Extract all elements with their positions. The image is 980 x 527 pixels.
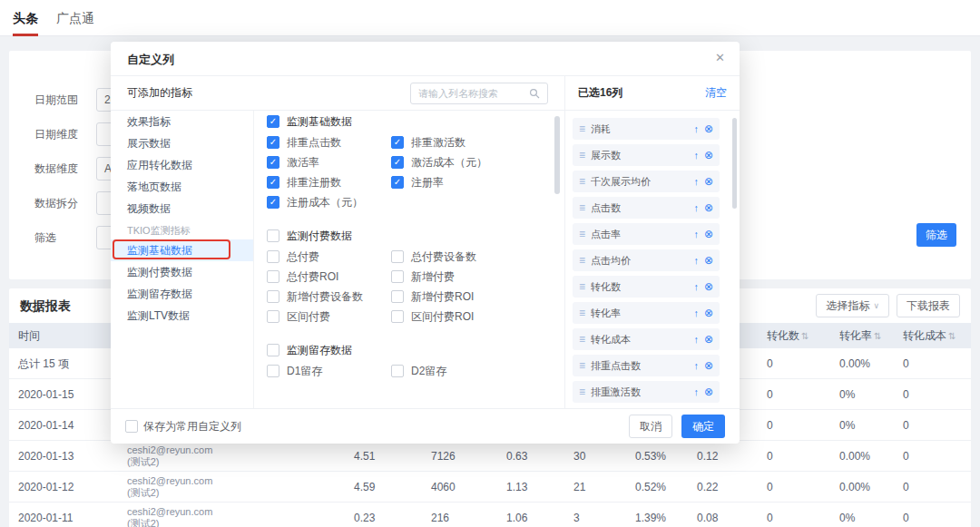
column-header[interactable]: 转化率⇅: [839, 323, 881, 348]
selected-column-item[interactable]: ≡排重点击数↑⊗: [573, 355, 720, 376]
checkbox[interactable]: [267, 229, 279, 242]
column-search-box[interactable]: [410, 83, 548, 104]
metric-checkbox-item[interactable]: ✓排重激活数: [391, 132, 515, 152]
selected-column-item[interactable]: ≡排重激活数↑⊗: [573, 381, 720, 403]
metric-select-button[interactable]: 选择指标∨: [816, 294, 889, 317]
remove-icon[interactable]: ⊗: [704, 307, 713, 319]
tab-guangdiantong[interactable]: 广点通: [56, 0, 94, 36]
sidebar-category-item[interactable]: 视频数据: [111, 198, 253, 220]
checkbox[interactable]: [391, 365, 404, 377]
checkbox[interactable]: [267, 290, 279, 303]
checkbox[interactable]: [125, 420, 138, 433]
metric-checkbox-item[interactable]: 总付费ROI: [267, 267, 391, 287]
sidebar-category-item[interactable]: 应用转化数据: [111, 154, 253, 176]
selected-column-item[interactable]: ≡转化率↑⊗: [573, 302, 720, 324]
close-icon[interactable]: ✕: [715, 51, 725, 64]
confirm-button[interactable]: 确定: [681, 415, 725, 438]
move-up-icon[interactable]: ↑: [693, 281, 699, 292]
selected-column-item[interactable]: ≡千次展示均价↑⊗: [573, 171, 720, 192]
checkbox[interactable]: [391, 250, 404, 263]
drag-handle-icon[interactable]: ≡: [579, 122, 585, 135]
metric-checkbox-item[interactable]: 新增付费: [391, 267, 515, 287]
checkbox[interactable]: [391, 270, 404, 283]
metric-checkbox-item[interactable]: 区间付费ROI: [391, 307, 515, 327]
drag-handle-icon[interactable]: ≡: [579, 201, 585, 214]
column-header[interactable]: 转化成本⇅: [903, 323, 956, 348]
checkbox[interactable]: ✓: [391, 156, 404, 169]
remove-icon[interactable]: ⊗: [704, 175, 713, 188]
checkbox[interactable]: ✓: [391, 136, 404, 149]
move-up-icon[interactable]: ↑: [693, 176, 699, 187]
sidebar-category-item[interactable]: 监测留存数据: [111, 283, 253, 305]
remove-icon[interactable]: ⊗: [704, 280, 713, 293]
save-as-default-option[interactable]: 保存为常用自定义列: [125, 419, 241, 434]
drag-handle-icon[interactable]: ≡: [579, 333, 585, 346]
selected-column-item[interactable]: ≡消耗↑⊗: [573, 118, 720, 140]
sidebar-category-item[interactable]: 展示数据: [111, 132, 253, 154]
metric-checkbox-item[interactable]: ✓注册成本（元）: [267, 192, 391, 212]
drag-handle-icon[interactable]: ≡: [579, 149, 585, 161]
drag-handle-icon[interactable]: ≡: [579, 228, 585, 240]
metric-checkbox-item[interactable]: ✓排重注册数: [267, 172, 391, 192]
move-up-icon[interactable]: ↑: [693, 360, 699, 371]
cancel-button[interactable]: 取消: [629, 415, 672, 438]
checkbox[interactable]: ✓: [267, 156, 279, 169]
selected-column-item[interactable]: ≡点击率↑⊗: [573, 223, 720, 245]
checkbox[interactable]: ✓: [267, 115, 279, 128]
sidebar-category-item[interactable]: 监测基础数据: [111, 239, 253, 261]
selected-column-item[interactable]: ≡展示数↑⊗: [573, 144, 720, 166]
download-report-button[interactable]: 下载报表: [897, 294, 960, 317]
sidebar-category-item[interactable]: 效果指标: [111, 111, 253, 132]
checkbox[interactable]: [267, 344, 279, 356]
clear-all-link[interactable]: 清空: [705, 85, 727, 101]
metric-checkbox-item[interactable]: 新增付费设备数: [267, 287, 391, 307]
move-up-icon[interactable]: ↑: [693, 334, 699, 345]
metric-checkbox-item[interactable]: 新增付费ROI: [391, 287, 515, 307]
metric-checkbox-item[interactable]: D2留存: [391, 361, 515, 381]
checkbox[interactable]: [267, 310, 279, 323]
sort-icon[interactable]: ⇅: [948, 331, 956, 341]
checkbox[interactable]: [391, 290, 404, 303]
checkbox[interactable]: ✓: [391, 176, 404, 189]
remove-icon[interactable]: ⊗: [704, 201, 713, 214]
drag-handle-icon[interactable]: ≡: [579, 385, 585, 398]
sidebar-category-item[interactable]: 落地页数据: [111, 176, 253, 198]
move-up-icon[interactable]: ↑: [693, 255, 699, 266]
drag-handle-icon[interactable]: ≡: [579, 359, 585, 372]
selected-column-item[interactable]: ≡点击均价↑⊗: [573, 249, 720, 271]
move-up-icon[interactable]: ↑: [693, 229, 699, 239]
drag-handle-icon[interactable]: ≡: [579, 280, 585, 293]
selected-column-item[interactable]: ≡转化成本↑⊗: [573, 328, 720, 350]
metric-group-header[interactable]: 监测留存数据: [267, 341, 550, 359]
scrollbar[interactable]: [554, 116, 560, 194]
selected-column-item[interactable]: ≡点击数↑⊗: [573, 197, 720, 219]
metric-checkbox-item[interactable]: ✓激活成本（元）: [391, 152, 515, 172]
filter-submit-button[interactable]: 筛选: [916, 223, 956, 247]
move-up-icon[interactable]: ↑: [693, 150, 699, 161]
metric-checkbox-item[interactable]: ✓激活率: [267, 152, 391, 172]
checkbox[interactable]: [391, 310, 404, 323]
remove-icon[interactable]: ⊗: [704, 385, 713, 398]
move-up-icon[interactable]: ↑: [693, 202, 699, 213]
checkbox[interactable]: [267, 250, 279, 263]
drag-handle-icon[interactable]: ≡: [579, 175, 585, 188]
metric-group-header[interactable]: 监测付费数据: [267, 227, 550, 245]
move-up-icon[interactable]: ↑: [693, 386, 699, 397]
checkbox[interactable]: ✓: [267, 176, 279, 189]
sort-icon[interactable]: ⇅: [874, 331, 881, 341]
drag-handle-icon[interactable]: ≡: [579, 307, 585, 319]
checkbox[interactable]: ✓: [267, 136, 279, 149]
checkbox[interactable]: [267, 270, 279, 283]
remove-icon[interactable]: ⊗: [704, 149, 713, 161]
selected-column-item[interactable]: ≡转化数↑⊗: [573, 276, 720, 298]
sidebar-category-item[interactable]: 监测付费数据: [111, 261, 253, 283]
tab-toutiao[interactable]: 头条: [13, 0, 38, 36]
metric-checkbox-item[interactable]: ✓排重点击数: [267, 132, 391, 152]
move-up-icon[interactable]: ↑: [693, 307, 699, 318]
sort-icon[interactable]: ⇅: [801, 331, 808, 341]
column-header-time[interactable]: 时间: [18, 323, 40, 348]
metric-group-header[interactable]: ✓监测基础数据: [267, 112, 550, 131]
move-up-icon[interactable]: ↑: [693, 123, 699, 134]
metric-checkbox-item[interactable]: D1留存: [267, 361, 391, 381]
drag-handle-icon[interactable]: ≡: [579, 254, 585, 267]
